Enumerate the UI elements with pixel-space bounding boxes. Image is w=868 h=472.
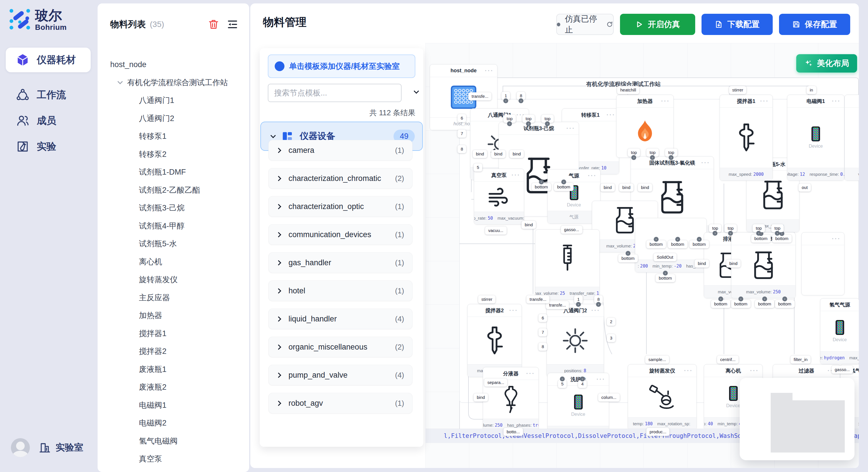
material-item[interactable]: 离心机 bbox=[110, 253, 246, 271]
category-row[interactable]: characterization_chromatic (2) bbox=[268, 168, 412, 189]
category-row[interactable]: characterization_optic (1) bbox=[268, 196, 412, 217]
node-sub-label: 气源 bbox=[569, 214, 579, 220]
category-row[interactable]: communication_devices (1) bbox=[268, 224, 412, 245]
port-bottom: bottom bbox=[772, 235, 792, 243]
material-item[interactable]: 试剂瓶5-水 bbox=[110, 235, 246, 253]
material-item[interactable]: 真空泵 bbox=[110, 450, 246, 468]
port-bind: bind bbox=[619, 183, 633, 192]
node-solenoid-valve-1[interactable]: 电磁阀1 Device voltage12 response_time0.1 bbox=[787, 95, 844, 181]
panel-collapse-icon[interactable] bbox=[414, 88, 419, 94]
category-row[interactable]: liquid_handler (4) bbox=[268, 308, 412, 329]
nav-item-workflow[interactable]: 工作流 bbox=[6, 82, 91, 107]
beautify-layout-label: 美化布局 bbox=[817, 58, 849, 69]
node-edge-card[interactable] bbox=[801, 232, 844, 295]
node-vacuum-pump[interactable]: 真空泵 pump_rate50 max_vacuum0.1 bbox=[474, 169, 524, 225]
material-item[interactable]: 八通阀门1 bbox=[110, 92, 246, 109]
material-item[interactable]: 电磁阀2 bbox=[110, 414, 246, 432]
chevron-right-icon bbox=[276, 148, 281, 153]
node-heater[interactable]: 加热器 bbox=[616, 95, 674, 158]
materials-count: (35) bbox=[150, 20, 164, 29]
port-centrifuge: centrif... bbox=[717, 356, 739, 364]
nav-item-instruments[interactable]: 仪器耗材 bbox=[6, 47, 91, 72]
category-row[interactable]: pump_and_valve (4) bbox=[268, 365, 412, 385]
brand-title: 玻尔 bbox=[35, 8, 67, 23]
save-config-button[interactable]: 保存配置 bbox=[779, 14, 850, 35]
material-item[interactable]: 试剂瓶3-己烷 bbox=[110, 199, 246, 217]
chevron-down-icon[interactable] bbox=[117, 79, 123, 84]
node-rotovap[interactable]: 旋转蒸发仪 temp180 max_rotation_sp bbox=[628, 364, 696, 430]
port-stirrer: stirrer bbox=[729, 86, 746, 94]
device-icon bbox=[574, 395, 583, 409]
material-item[interactable]: 氢气电磁阀 bbox=[110, 432, 246, 450]
material-item[interactable]: 八通阀门2 bbox=[110, 109, 246, 128]
material-item[interactable]: 搅拌器1 bbox=[110, 325, 246, 343]
trash-icon[interactable] bbox=[208, 19, 219, 30]
port-top: top bbox=[541, 115, 554, 123]
category-row[interactable]: gas_handler (1) bbox=[268, 252, 412, 273]
port-stirrer: stirrer bbox=[478, 295, 495, 303]
material-item[interactable]: 废液瓶1 bbox=[110, 361, 246, 378]
port-top: top bbox=[665, 148, 677, 157]
material-item[interactable]: 加热器 bbox=[110, 307, 246, 325]
material-item[interactable]: 试剂瓶2-乙酸乙酯 bbox=[110, 181, 246, 199]
template-search-input[interactable] bbox=[268, 84, 402, 102]
category-label: gas_handler bbox=[288, 258, 331, 267]
stir-rod-icon bbox=[483, 324, 506, 358]
nav-item-members[interactable]: 成员 bbox=[6, 108, 91, 133]
port-bind: bind bbox=[694, 260, 709, 268]
port-product: produc... bbox=[646, 428, 670, 436]
node-separator[interactable]: 分液器 volume250 has_phasestrue bbox=[483, 367, 539, 432]
material-item[interactable]: 试剂瓶1-DMF bbox=[110, 163, 246, 181]
template-hint-text: 单击模板添加仪器/耗材至实验室 bbox=[289, 61, 400, 71]
nav-item-experiments[interactable]: 实验 bbox=[6, 134, 91, 159]
node-eight-way-valve-2[interactable]: 八通阀门2 positions8 bbox=[547, 304, 604, 377]
brand[interactable]: 玻尔 Bohrium bbox=[9, 8, 67, 32]
chevron-down-icon bbox=[270, 133, 276, 138]
port-7: 7 bbox=[538, 328, 547, 336]
preview-popup[interactable] bbox=[740, 378, 855, 460]
materials-panel: 物料列表 (35) host_node 有机化学流程综合测试工作站 八通阀门1 … bbox=[98, 3, 249, 472]
refresh-icon[interactable] bbox=[606, 21, 613, 28]
material-item[interactable]: 旋转蒸发仪 bbox=[110, 271, 246, 289]
graph-canvas[interactable]: 有机化学流程综合测试工作站 转移泵1 transfer_rate10 host_… bbox=[425, 43, 859, 468]
node-hydrogen-source[interactable]: 氢气气源 Device _typehydrogen max_pre bbox=[820, 298, 859, 364]
port-top: top bbox=[503, 115, 516, 123]
node-stirrer-2[interactable]: 搅拌器2 max_speed2000 bbox=[467, 304, 522, 377]
node-stirrer-1[interactable]: 搅拌器1 max_speed2000 bbox=[720, 95, 773, 181]
category-row[interactable]: camera (1) bbox=[268, 140, 412, 161]
node-title: 加热器 bbox=[637, 98, 653, 105]
material-item[interactable]: 转移泵1 bbox=[110, 127, 246, 145]
port-8: 8 bbox=[538, 343, 547, 351]
material-item[interactable]: 废液瓶2 bbox=[110, 378, 246, 396]
material-root[interactable]: host_node bbox=[110, 56, 246, 74]
port-bottom: bottom bbox=[731, 300, 751, 308]
start-simulation-label: 开启仿真 bbox=[648, 19, 680, 30]
download-config-button[interactable]: 下载配置 bbox=[702, 14, 773, 35]
beautify-layout-button[interactable]: 美化布局 bbox=[796, 54, 857, 72]
port-bottom: bottom bbox=[751, 235, 771, 243]
node-title: 转移泵1 bbox=[581, 111, 600, 119]
port-top: top bbox=[628, 148, 640, 157]
collapse-list-icon[interactable] bbox=[227, 19, 238, 30]
material-item[interactable]: 电磁阀1 bbox=[110, 396, 246, 414]
node-solenoid-valve-2[interactable]: 电磁阀2 voltage12 bbox=[844, 95, 859, 181]
start-simulation-button[interactable]: 开启仿真 bbox=[620, 14, 695, 35]
material-item[interactable]: 试剂瓶4-甲醇 bbox=[110, 217, 246, 235]
category-row[interactable]: hotel (1) bbox=[268, 280, 412, 301]
material-item[interactable]: 转移泵2 bbox=[110, 145, 246, 164]
simulation-status[interactable]: 仿真已停止 bbox=[556, 14, 614, 35]
material-item[interactable]: 主反应器 bbox=[110, 289, 246, 307]
port-bind: bind bbox=[473, 150, 487, 158]
material-group[interactable]: 有机化学流程综合测试工作站 bbox=[110, 74, 246, 92]
lab-switcher[interactable]: 实验室 bbox=[38, 441, 83, 454]
node-transfer-pump-2[interactable]: max_volume25 transfer_rate10 bbox=[535, 229, 600, 300]
category-label: camera bbox=[288, 146, 314, 155]
nav-label: 仪器耗材 bbox=[37, 53, 76, 67]
port-5: 5 bbox=[474, 164, 482, 171]
user-avatar[interactable] bbox=[11, 438, 30, 457]
status-label: 仿真已停止 bbox=[565, 13, 601, 35]
node-title: 旋转蒸发仪 bbox=[649, 367, 675, 374]
category-row[interactable]: organic_miscellaneous (2) bbox=[268, 337, 412, 357]
material-item[interactable]: 搅拌器2 bbox=[110, 342, 246, 361]
category-row[interactable]: robot_agv (1) bbox=[268, 393, 412, 413]
